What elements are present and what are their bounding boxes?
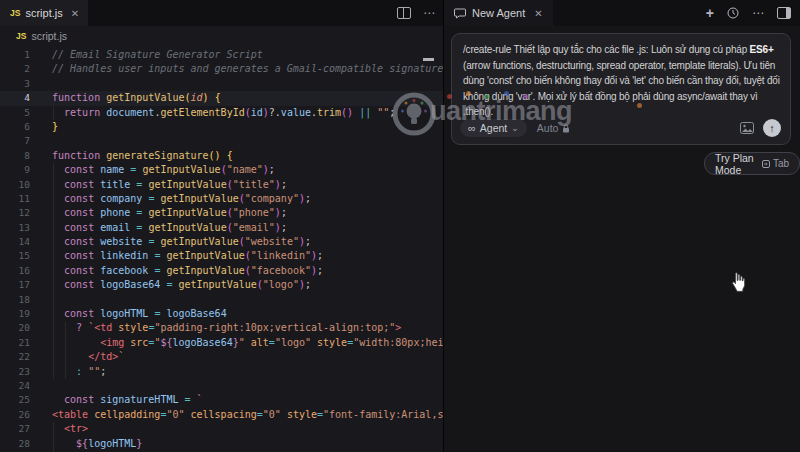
line-number: 9 (0, 163, 30, 177)
code-line[interactable]: 5 return document.getElementById(id)?.va… (0, 106, 443, 120)
tab-label: script.js (25, 7, 62, 19)
chat-input-text[interactable]: /create-rule Thiết lập quy tắc cho các f… (463, 42, 781, 120)
close-chat-tab-icon[interactable]: ✕ (534, 8, 542, 19)
code-text: </td>` (52, 350, 124, 364)
code-line[interactable]: 8function generateSignature() { (0, 149, 443, 163)
chat-bubble-icon (454, 8, 466, 19)
code-line[interactable]: 28 ${logoHTML} (0, 437, 443, 451)
code-line[interactable]: 15 const linkedin = getInputValue("linke… (0, 249, 443, 263)
tab-new-agent[interactable]: New Agent ✕ (444, 0, 553, 26)
code-line[interactable]: 11 const company = getInputValue("compan… (0, 192, 443, 206)
model-label: Auto (537, 122, 559, 134)
code-line[interactable]: 18 (0, 293, 443, 307)
code-text: const signatureHTML = ` (52, 393, 203, 407)
chat-input[interactable]: /create-rule Thiết lập quy tắc cho các f… (451, 33, 791, 145)
line-number: 19 (0, 307, 30, 321)
code-line[interactable]: 1// Email Signature Generator Script (0, 48, 443, 62)
line-number: 11 (0, 192, 30, 206)
mouse-hand-cursor (728, 270, 748, 294)
code-line[interactable]: 2// Handles user inputs and generates a … (0, 62, 443, 76)
code-text: ? `<td style="padding-right:10px;vertica… (52, 321, 401, 335)
line-number: 28 (0, 437, 30, 451)
attach-image-button[interactable] (740, 122, 754, 134)
chat-header-actions: + ⋯ (706, 0, 791, 26)
breadcrumb[interactable]: JS script.js (16, 26, 67, 45)
code-line[interactable]: 22 </td>` (0, 350, 443, 364)
code-line[interactable]: 13 const email = getInputValue("email"); (0, 221, 443, 235)
tab-key-label: Tab (773, 158, 789, 169)
new-chat-icon[interactable]: + (706, 7, 714, 19)
code-line[interactable]: 10 const title = getInputValue("title"); (0, 178, 443, 192)
split-editor-icon[interactable] (397, 7, 411, 19)
scrollbar-cursor-mark[interactable] (423, 58, 434, 61)
code-line[interactable]: 4function getInputValue(id) { (0, 91, 443, 105)
mode-label: Agent (480, 122, 507, 134)
tab-key-hint: Tab (762, 158, 789, 169)
tab-script-js[interactable]: JS script.js ✕ (0, 0, 88, 26)
code-line[interactable]: 21 <img src="${logoBase64}" alt="logo" s… (0, 336, 443, 350)
code-line[interactable]: 24 (0, 379, 443, 393)
history-clock-icon[interactable] (727, 7, 739, 19)
line-number: 8 (0, 149, 30, 163)
code-line[interactable]: 20 ? `<td style="padding-right:10px;vert… (0, 321, 443, 335)
code-line[interactable]: 23 : ""; (0, 365, 443, 379)
line-number: 2 (0, 62, 30, 76)
javascript-file-icon: JS (16, 31, 26, 41)
line-number: 14 (0, 235, 30, 249)
mode-selector[interactable]: ∞ Agent ⌄ (460, 119, 527, 137)
code-lines: 1// Email Signature Generator Script2// … (0, 48, 443, 452)
line-number: 5 (0, 106, 30, 120)
code-text: const logoHTML = logoBase64 (52, 307, 227, 321)
code-text: <img src="${logoBase64}" alt="logo" styl… (52, 336, 443, 350)
code-line[interactable]: 26<table cellpadding="0" cellspacing="0"… (0, 408, 443, 422)
line-number: 22 (0, 350, 30, 364)
code-line[interactable]: 27 <tr> (0, 422, 443, 436)
code-text: <table cellpadding="0" cellspacing="0" s… (52, 408, 443, 422)
code-text: return document.getElementById(id)?.valu… (52, 106, 395, 120)
code-line[interactable]: 25 const signatureHTML = ` (0, 393, 443, 407)
code-text: const linkedin = getInputValue("linkedin… (52, 249, 323, 263)
indent-guide (53, 422, 54, 452)
code-line[interactable]: 9 const name = getInputValue("name"); (0, 163, 443, 177)
send-button[interactable]: ↑ (763, 119, 781, 137)
close-tab-icon[interactable]: ✕ (71, 8, 79, 19)
image-icon (740, 122, 754, 134)
code-text: const phone = getInputValue("phone"); (52, 206, 287, 220)
line-number: 1 (0, 48, 30, 62)
chevron-down-icon: ⌄ (511, 124, 519, 132)
indent-guide (65, 322, 66, 379)
code-line[interactable]: 12 const phone = getInputValue("phone"); (0, 206, 443, 220)
more-actions-icon[interactable]: ⋯ (423, 8, 435, 18)
keycap-icon (762, 160, 770, 168)
try-plan-mode-button[interactable]: Try Plan Mode Tab (704, 152, 800, 175)
code-line[interactable]: 6} (0, 120, 443, 134)
editor-tab-bar: JS script.js ✕ ⋯ (0, 0, 443, 26)
code-text: // Email Signature Generator Script (52, 48, 263, 62)
code-line[interactable]: 16 const facebook = getInputValue("faceb… (0, 264, 443, 278)
code-text: } (52, 120, 58, 134)
line-number: 20 (0, 321, 30, 335)
code-text: const website = getInputValue("website")… (52, 235, 311, 249)
code-line[interactable]: 14 const website = getInputValue("websit… (0, 235, 443, 249)
chat-tab-label: New Agent (472, 7, 525, 19)
chat-more-icon[interactable]: ⋯ (752, 8, 764, 18)
code-line[interactable]: 19 const logoHTML = logoBase64 (0, 307, 443, 321)
line-number: 16 (0, 264, 30, 278)
chat-panel-header: New Agent ✕ + ⋯ (444, 0, 800, 26)
model-selector[interactable]: Auto (537, 122, 571, 134)
vscode-window: JS script.js ✕ ⋯ JS script.js 1// Email … (0, 0, 800, 452)
code-line[interactable]: 17 const logoBase64 = getInputValue("log… (0, 278, 443, 292)
code-line[interactable]: 7 (0, 134, 443, 148)
line-number: 23 (0, 365, 30, 379)
code-line[interactable]: 3 (0, 77, 443, 91)
line-number: 4 (0, 91, 30, 105)
code-text: ${logoHTML} (52, 437, 142, 451)
code-editor[interactable]: 1// Email Signature Generator Script2// … (0, 46, 443, 452)
chat-input-footer: ∞ Agent ⌄ Auto (460, 119, 781, 137)
code-text: const name = getInputValue("name"); (52, 163, 275, 177)
chat-panel: New Agent ✕ + ⋯ /create-rule Thiết lập q… (443, 0, 800, 452)
code-text: : ""; (52, 365, 106, 379)
breadcrumb-item[interactable]: script.js (31, 30, 67, 42)
secondary-sidebar-icon[interactable] (777, 7, 791, 19)
line-number: 15 (0, 249, 30, 263)
